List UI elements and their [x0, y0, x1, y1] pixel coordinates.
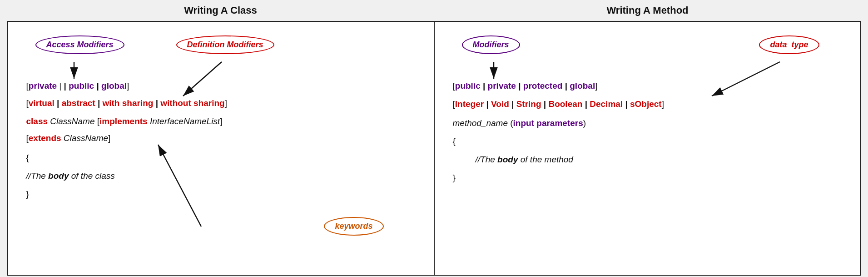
r1-pipe1: | [481, 81, 488, 91]
svg-line-3 [158, 145, 201, 227]
l3-classname: ClassName [48, 116, 97, 126]
r1-pipe3: | [562, 81, 570, 91]
right-panel: Modifiers data_type [public | private | … [435, 21, 861, 276]
l1-sep1: | [57, 81, 64, 91]
l3-interfacename: InterfaceNameList [148, 116, 220, 126]
l1-pipe2: | [94, 81, 101, 91]
l4-extends: extends [29, 133, 61, 143]
right-panel-title: Writing A Method [434, 5, 861, 16]
right-arrows-svg [448, 31, 847, 254]
svg-line-6 [712, 62, 780, 96]
l4-classname: ClassName [61, 133, 108, 143]
l-brace-close-char: } [26, 189, 29, 199]
left-panel-content: Access Modifiers Definition Modifiers [p… [22, 31, 420, 254]
r1-pipe2: | [516, 81, 523, 91]
right-line3: method_name (input parameters) [453, 118, 586, 128]
r-brace-open-char: { [453, 136, 456, 146]
l2-virtual: virtual [29, 98, 55, 108]
l3-implements: implements [99, 116, 148, 126]
access-modifiers-label: Access Modifiers [35, 35, 124, 54]
definition-modifiers-label: Definition Modifiers [176, 35, 274, 54]
definition-modifiers-ellipse: Definition Modifiers [176, 35, 274, 54]
keywords-ellipse: keywords [324, 217, 383, 236]
right-brace-close: } [453, 173, 456, 183]
right-comment: //The body of the method [476, 155, 573, 165]
r-comment-text: //The [476, 155, 498, 164]
r-brace-close-char: } [453, 173, 456, 182]
r2-string: String [516, 99, 541, 109]
r2-pipe5: | [623, 99, 630, 109]
l2-pipe3: | [153, 98, 160, 108]
l-comment-rest: of the class [69, 171, 114, 181]
left-panel-title: Writing A Class [7, 5, 434, 16]
access-modifiers-ellipse: Access Modifiers [35, 35, 124, 54]
left-brace-close: } [26, 189, 29, 199]
left-brace-open: { [26, 153, 29, 163]
r2-sobject: sObject [630, 99, 662, 109]
modifiers-ellipse: Modifiers [462, 35, 520, 54]
r2-bracket-close: ] [662, 99, 664, 109]
left-line1: [private | | public | global] [26, 81, 129, 91]
right-brace-open: { [453, 136, 456, 146]
svg-line-2 [183, 62, 222, 96]
r2-pipe2: | [509, 99, 516, 109]
right-line2: [Integer | Void | String | Boolean | Dec… [453, 99, 664, 109]
l2-pipe2: | [95, 98, 103, 108]
l1-bracket-close: ] [127, 81, 129, 91]
l4-bracket-close: ] [108, 133, 110, 143]
r2-integer: Integer [455, 99, 484, 109]
r1-private: private [488, 81, 516, 91]
modifiers-label: Modifiers [462, 35, 520, 54]
r3-methodname: method_name [453, 118, 508, 128]
r1-global: global [570, 81, 595, 91]
datatype-label: data_type [759, 35, 819, 54]
r3-paren-close: ) [583, 118, 586, 128]
l3-bracket-close: ] [220, 116, 222, 126]
r-comment-rest: of the method [518, 155, 573, 164]
r-comment-body: body [497, 155, 518, 164]
right-panel-content: Modifiers data_type [public | private | … [448, 31, 847, 254]
l1-global: global [101, 81, 127, 91]
l-comment-text: //The [26, 171, 49, 181]
l2-abstract: abstract [62, 98, 95, 108]
l-brace-open-char: { [26, 153, 29, 162]
left-comment: //The body of the class [26, 171, 115, 181]
r3-paren-open: ( [508, 118, 513, 128]
l2-with-sharing: with sharing [102, 98, 153, 108]
datatype-ellipse: data_type [759, 35, 819, 54]
l1-private: private [29, 81, 57, 91]
left-line4: [extends ClassName] [26, 133, 111, 143]
l2-pipe1: | [55, 98, 62, 108]
r2-pipe4: | [582, 99, 590, 109]
l3-class: class [26, 116, 48, 126]
left-panel: Access Modifiers Definition Modifiers [p… [7, 21, 435, 276]
right-line1: [public | private | protected | global] [453, 81, 598, 91]
r3-input: input parameters [513, 118, 583, 128]
left-line3: class ClassName [implements InterfaceNam… [26, 116, 223, 126]
r1-bracket-close: ] [595, 81, 597, 91]
r2-boolean: Boolean [548, 99, 582, 109]
l2-without-sharing: without sharing [160, 98, 224, 108]
keywords-label: keywords [324, 217, 383, 236]
l-comment-body: body [48, 171, 69, 181]
left-line2: [virtual | abstract | with sharing | wit… [26, 98, 227, 108]
r1-public: public [455, 81, 481, 91]
r1-protected: protected [523, 81, 563, 91]
r2-pipe1: | [484, 99, 491, 109]
r2-void: Void [491, 99, 509, 109]
r2-decimal: Decimal [590, 99, 623, 109]
l1-public: public [66, 81, 94, 91]
r2-pipe3: | [541, 99, 549, 109]
l2-bracket-close: ] [225, 98, 227, 108]
